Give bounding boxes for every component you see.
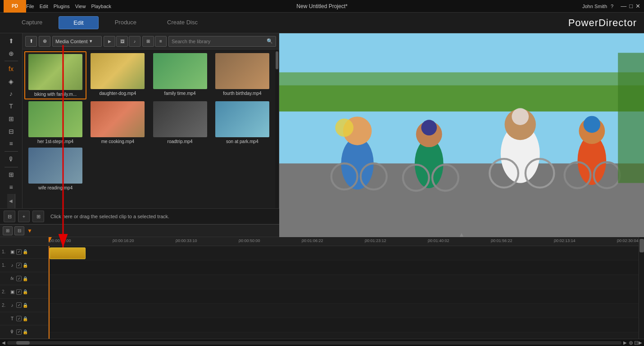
toolbar-pip[interactable]: ⊞ bbox=[3, 113, 19, 125]
toolbar-align[interactable]: ≡ bbox=[3, 181, 19, 193]
text-track-row[interactable] bbox=[49, 318, 639, 333]
timeline-tracks[interactable]: 00:00:00:00 00:00:16:20 00:00:33:10 00:0… bbox=[49, 237, 639, 339]
zoom-out-btn[interactable]: ⊕ bbox=[629, 340, 633, 346]
grid-view-button[interactable]: ⊞ bbox=[142, 36, 154, 47]
fx-track-row[interactable] bbox=[49, 275, 639, 289]
timeline-fit-btn[interactable]: ⊞ bbox=[3, 226, 13, 235]
mic-track-row[interactable] bbox=[49, 333, 639, 339]
fx-track-icon: fx bbox=[9, 276, 15, 281]
maximize-button[interactable]: □ bbox=[629, 3, 633, 9]
media-item-3[interactable]: fourth birthday.mp4 bbox=[211, 51, 273, 99]
timeline-view-button[interactable]: ⊞ bbox=[32, 211, 44, 222]
timeline-zoom-out[interactable]: ⊟ bbox=[14, 226, 24, 235]
menu-file[interactable]: File bbox=[26, 4, 34, 9]
fx-check[interactable]: ✓ bbox=[16, 276, 22, 281]
zoom-in-btn[interactable]: ⊟ bbox=[634, 340, 639, 346]
toolbar-puzzle[interactable]: ⊕ bbox=[3, 48, 19, 59]
media-item-1[interactable]: daughter-dog.mp4 bbox=[86, 51, 149, 99]
media-thumb-5 bbox=[91, 101, 145, 137]
list-view-button[interactable]: ≡ bbox=[155, 36, 167, 47]
title-right-controls: John Smith ? — □ ✕ bbox=[582, 3, 640, 9]
track-1a-check[interactable]: ✓ bbox=[16, 263, 22, 268]
thumb-img-8 bbox=[28, 148, 82, 184]
menu-view[interactable]: View bbox=[75, 4, 86, 9]
menu-edit[interactable]: Edit bbox=[40, 4, 48, 9]
mic-lock[interactable]: 🔒 bbox=[23, 329, 28, 334]
media-item-7[interactable]: son at park.mp4 bbox=[211, 99, 273, 146]
text-check[interactable]: ✓ bbox=[16, 316, 22, 321]
puzzle-button[interactable]: ⊕ bbox=[39, 36, 50, 47]
track-2a-lock[interactable]: 🔒 bbox=[23, 303, 28, 308]
toolbar-collapse[interactable]: ◀ bbox=[7, 194, 15, 208]
menu-playback[interactable]: Playback bbox=[91, 4, 111, 9]
media-item-8[interactable]: wife reading.mp4 bbox=[24, 146, 86, 192]
toolbar-import[interactable]: ⬆ bbox=[3, 35, 19, 47]
timeline-vscroll[interactable] bbox=[639, 237, 644, 339]
scroll-right-btn[interactable]: ▶ bbox=[623, 340, 627, 345]
media-item-2[interactable]: family time.mp4 bbox=[149, 51, 211, 99]
tab-produce[interactable]: Produce bbox=[100, 16, 151, 29]
media-item-6[interactable]: roadtrip.mp4 bbox=[149, 99, 211, 146]
thumb-img-2 bbox=[153, 53, 207, 89]
filter-video-button[interactable]: ▶ bbox=[104, 36, 115, 47]
timeline-content: 1. ▣ ✓ 🔒 1. ♪ ✓ 🔒 fx ✓ 🔒 2. ▣ ✓ 🔒 bbox=[0, 237, 644, 339]
content-type-dropdown[interactable]: Media Content ▾ bbox=[52, 36, 102, 47]
tab-capture[interactable]: Capture bbox=[7, 16, 57, 29]
timeline-scroll-track[interactable] bbox=[7, 341, 621, 345]
track-add-button[interactable]: + bbox=[18, 211, 30, 222]
track-1-audio-label: 1. ♪ ✓ 🔒 bbox=[0, 259, 48, 272]
filter-audio-button[interactable]: ♪ bbox=[129, 36, 141, 47]
audio-track-2-row[interactable] bbox=[49, 304, 639, 318]
video-track-2-row[interactable] bbox=[49, 289, 639, 304]
help-icon[interactable]: ? bbox=[611, 4, 613, 9]
timemark-5: 00:01:23:12 bbox=[365, 238, 386, 243]
minimize-button[interactable]: — bbox=[621, 3, 626, 9]
mic-check[interactable]: ✓ bbox=[16, 329, 22, 335]
toolbar-subtitle[interactable]: ≡ bbox=[3, 138, 19, 149]
toolbar-grid[interactable]: ⊞ bbox=[3, 169, 19, 180]
search-bar[interactable]: Search the library 🔍 bbox=[168, 36, 276, 47]
media-item-4[interactable]: her 1st-steps.mp4 bbox=[24, 99, 86, 146]
media-toolbar: ⬆ ⊕ Media Content ▾ ▶ 🖼 ♪ ⊞ ≡ Search the… bbox=[23, 33, 279, 49]
video-track-1-row[interactable] bbox=[49, 246, 639, 261]
toolbar-mic[interactable]: 🎙 bbox=[3, 153, 19, 165]
audio-track-1-row[interactable] bbox=[49, 261, 639, 275]
track-2-check[interactable]: ✓ bbox=[16, 289, 22, 295]
media-item-0[interactable]: biking with family.m... bbox=[24, 51, 86, 99]
media-panel: ⬆ ⊕ Media Content ▾ ▶ 🖼 ♪ ⊞ ≡ Search the… bbox=[23, 33, 279, 208]
toolbar-fx[interactable]: fx bbox=[3, 63, 19, 75]
timemark-2: 00:00:33:10 bbox=[176, 238, 197, 243]
close-button[interactable]: ✕ bbox=[635, 3, 640, 9]
media-label-3: fourth birthday.mp4 bbox=[215, 91, 269, 96]
text-lock[interactable]: 🔒 bbox=[23, 316, 28, 321]
track-remove-button[interactable]: ⊟ bbox=[4, 211, 15, 222]
track-1a-lock[interactable]: 🔒 bbox=[23, 263, 28, 268]
track-1-check[interactable]: ✓ bbox=[16, 249, 22, 255]
media-thumb-3 bbox=[215, 53, 269, 89]
media-item-5[interactable]: me cooking.mp4 bbox=[86, 99, 149, 146]
toolbar-audio[interactable]: ♪ bbox=[3, 88, 19, 100]
track-1-lock[interactable]: 🔒 bbox=[23, 249, 28, 254]
import-button[interactable]: ⬆ bbox=[25, 36, 37, 47]
toolbar-chapter[interactable]: ⊟ bbox=[3, 126, 19, 137]
tab-edit[interactable]: Edit bbox=[59, 16, 98, 29]
audio-track-icon: ♪ bbox=[9, 263, 15, 268]
media-thumb-2 bbox=[153, 53, 207, 89]
media-label-0: biking with family.m... bbox=[28, 92, 82, 97]
track-2-lock[interactable]: 🔒 bbox=[23, 289, 28, 294]
media-label-6: roadtrip.mp4 bbox=[153, 139, 207, 144]
tab-create-disc[interactable]: Create Disc bbox=[153, 16, 212, 29]
thumb-img-0 bbox=[28, 54, 82, 90]
track-2a-check[interactable]: ✓ bbox=[16, 302, 22, 308]
toolbar-text[interactable]: T bbox=[3, 100, 19, 112]
video-clip-1[interactable] bbox=[50, 247, 86, 259]
toolbar-color[interactable]: ◈ bbox=[3, 76, 19, 87]
scroll-left-btn[interactable]: ◀ bbox=[2, 340, 5, 345]
menu-plugins[interactable]: Plugins bbox=[54, 4, 70, 9]
scroll-end-btn[interactable]: ▶ bbox=[639, 340, 642, 345]
fx-lock[interactable]: 🔒 bbox=[23, 276, 28, 281]
filter-image-button[interactable]: 🖼 bbox=[116, 36, 128, 47]
window-controls: — □ ✕ bbox=[621, 3, 640, 9]
timemark-1: 00:00:16:20 bbox=[113, 238, 134, 243]
media-scrollbar[interactable] bbox=[275, 49, 279, 208]
